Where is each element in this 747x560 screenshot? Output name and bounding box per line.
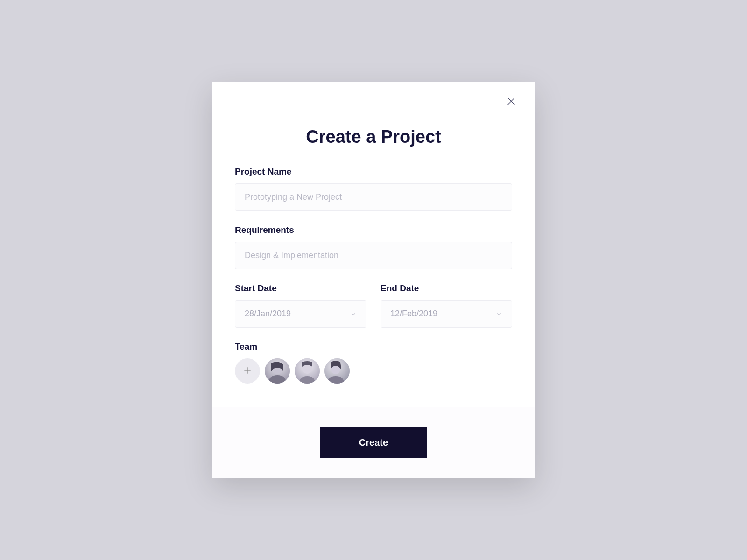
project-name-label: Project Name xyxy=(235,167,512,177)
dates-field-group: Start Date 28/Jan/2019 End Date 12/Feb/2… xyxy=(235,283,512,328)
project-name-input[interactable] xyxy=(235,183,512,211)
requirements-field-group: Requirements xyxy=(235,225,512,269)
modal-header: Create a Project xyxy=(212,82,535,167)
avatar[interactable] xyxy=(324,358,350,384)
end-date-label: End Date xyxy=(381,283,512,294)
create-button[interactable]: Create xyxy=(320,427,427,458)
plus-icon xyxy=(243,366,252,377)
start-date-value: 28/Jan/2019 xyxy=(245,309,291,319)
team-label: Team xyxy=(235,342,512,352)
modal-title: Create a Project xyxy=(235,127,512,147)
team-field-group: Team xyxy=(235,342,512,384)
create-project-modal: Create a Project Project Name Requiremen… xyxy=(212,82,535,478)
avatar[interactable] xyxy=(295,358,320,384)
end-date-col: End Date 12/Feb/2019 xyxy=(381,283,512,328)
add-team-member-button[interactable] xyxy=(235,358,260,384)
project-name-field-group: Project Name xyxy=(235,167,512,211)
requirements-input[interactable] xyxy=(235,242,512,269)
modal-body: Project Name Requirements Start Date 28/… xyxy=(212,167,535,407)
close-icon xyxy=(506,96,516,108)
requirements-label: Requirements xyxy=(235,225,512,235)
start-date-select[interactable]: 28/Jan/2019 xyxy=(235,300,366,328)
start-date-label: Start Date xyxy=(235,283,366,294)
end-date-value: 12/Feb/2019 xyxy=(390,309,437,319)
start-date-col: Start Date 28/Jan/2019 xyxy=(235,283,366,328)
date-row: Start Date 28/Jan/2019 End Date 12/Feb/2… xyxy=(235,283,512,328)
team-row xyxy=(235,358,512,384)
chevron-down-icon xyxy=(350,311,357,317)
close-button[interactable] xyxy=(505,95,518,108)
chevron-down-icon xyxy=(496,311,502,317)
end-date-select[interactable]: 12/Feb/2019 xyxy=(381,300,512,328)
avatar[interactable] xyxy=(265,358,290,384)
modal-footer: Create xyxy=(212,407,535,478)
